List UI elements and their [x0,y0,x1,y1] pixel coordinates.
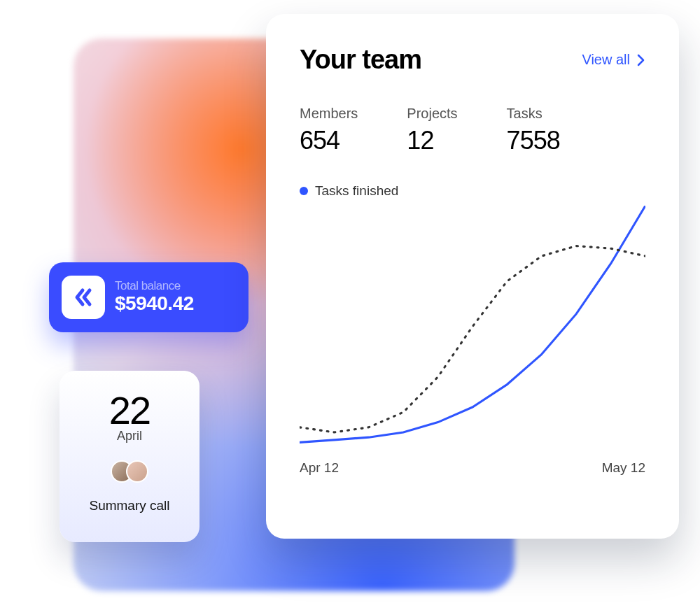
stat-value: 7558 [507,126,560,155]
chart-legend: Tasks finished [300,183,645,199]
chart-x-axis: Apr 12 May 12 [300,460,645,476]
x-axis-end: May 12 [602,460,645,476]
view-all-label: View all [582,52,630,68]
stat-label: Projects [407,106,457,122]
event-title: Summary call [59,498,200,513]
stat-members: Members 654 [300,106,358,155]
chevron-right-icon [637,54,645,66]
tasks-chart [300,206,645,457]
balance-label: Total balance [115,280,194,293]
team-title: Your team [300,45,421,75]
stats-row: Members 654 Projects 12 Tasks 7558 [300,106,645,155]
stat-label: Members [300,106,358,122]
view-all-link[interactable]: View all [582,52,645,68]
team-card: Your team View all Members 654 Projects … [266,14,679,539]
attendee-avatars [111,460,148,483]
balance-value: $5940.42 [115,293,194,315]
date-card[interactable]: 22 April Summary call [59,371,200,542]
legend-dot-icon [300,187,308,195]
double-chevron-left-icon [62,276,105,319]
stat-tasks: Tasks 7558 [507,106,560,155]
balance-card[interactable]: Total balance $5940.42 [49,262,248,332]
x-axis-start: Apr 12 [300,460,339,476]
stat-value: 12 [407,126,457,155]
avatar [126,460,148,483]
date-month: April [59,429,200,444]
stat-projects: Projects 12 [407,106,457,155]
stat-label: Tasks [507,106,560,122]
stat-value: 654 [300,126,358,155]
date-day: 22 [59,388,200,433]
legend-label: Tasks finished [315,183,398,199]
